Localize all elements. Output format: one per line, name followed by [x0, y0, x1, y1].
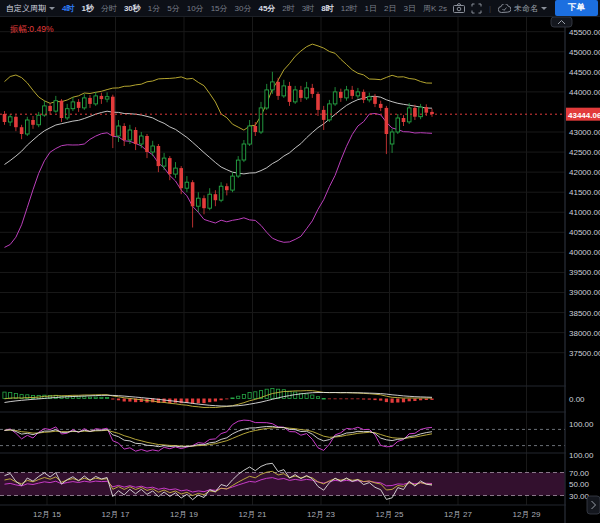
svg-text:0.00: 0.00: [569, 395, 585, 404]
svg-text:37500.00: 37500.00: [569, 349, 600, 358]
interval-button-10[interactable]: 2时: [282, 3, 294, 14]
svg-text:38500.00: 38500.00: [569, 309, 600, 318]
chevron-down-icon: [49, 7, 55, 10]
custom-period-label: 自定义周期: [6, 3, 46, 14]
svg-text:41500.00: 41500.00: [569, 188, 600, 197]
interval-button-6[interactable]: 10分: [187, 3, 204, 14]
svg-text:44000.00: 44000.00: [569, 88, 600, 97]
interval-list: 自定义周期 4时1秒分时30秒1分5分10分15分30分45分2时3时8时12时…: [0, 3, 438, 14]
interval-button-7[interactable]: 15分: [211, 3, 228, 14]
countdown-label: 2s: [438, 4, 446, 13]
interval-button-0[interactable]: 4时: [62, 3, 74, 14]
svg-text:45000.00: 45000.00: [569, 48, 600, 57]
camera-icon[interactable]: [453, 3, 465, 13]
interval-button-2[interactable]: 分时: [101, 3, 117, 14]
cloud-check-icon: [498, 4, 511, 13]
axis-collapse-tab[interactable]: [551, 17, 572, 27]
interval-button-1[interactable]: 1秒: [81, 3, 93, 14]
chart-toolbar: 自定义周期 4时1秒分时30秒1分5分10分15分30分45分2时3时8时12时…: [0, 0, 600, 17]
chevron-down-icon: [541, 7, 547, 10]
svg-text:43444.06: 43444.06: [568, 111, 600, 120]
panel-expand-tab[interactable]: [587, 496, 600, 514]
svg-text:12月 21: 12月 21: [238, 510, 267, 519]
svg-text:41000.00: 41000.00: [569, 208, 600, 217]
svg-text:38000.00: 38000.00: [569, 329, 600, 338]
custom-period-menu[interactable]: 自定义周期: [6, 3, 55, 14]
layout-name: 未命名: [514, 3, 538, 14]
svg-text:12月 27: 12月 27: [444, 510, 473, 519]
svg-text:100.00: 100.00: [569, 420, 594, 429]
interval-button-13[interactable]: 12时: [341, 3, 358, 14]
svg-text:39000.00: 39000.00: [569, 288, 600, 297]
interval-button-4[interactable]: 1分: [148, 3, 160, 14]
amplitude-legend: 振幅:0.49%: [10, 24, 54, 34]
place-order-button[interactable]: 下单: [555, 0, 598, 16]
interval-button-12[interactable]: 8时: [321, 3, 333, 14]
interval-button-15[interactable]: 2日: [384, 3, 396, 14]
svg-text:12月 23: 12月 23: [307, 510, 336, 519]
interval-button-3[interactable]: 30秒: [124, 3, 141, 14]
interval-button-8[interactable]: 30分: [235, 3, 252, 14]
chart-canvas[interactable]: 45500.0045000.0044500.0044000.0043000.00…: [0, 17, 600, 523]
svg-text:39500.00: 39500.00: [569, 268, 600, 277]
fullscreen-icon[interactable]: [471, 3, 482, 14]
interval-button-11[interactable]: 3时: [302, 3, 314, 14]
svg-text:43000.00: 43000.00: [569, 128, 600, 137]
svg-text:30.00: 30.00: [569, 492, 590, 501]
svg-text:12月 19: 12月 19: [170, 510, 199, 519]
svg-text:42500.00: 42500.00: [569, 148, 600, 157]
interval-button-5[interactable]: 5分: [167, 3, 179, 14]
interval-button-9[interactable]: 45分: [258, 3, 275, 14]
svg-text:40000.00: 40000.00: [569, 248, 600, 257]
svg-text:12月 17: 12月 17: [101, 510, 130, 519]
svg-text:12月 25: 12月 25: [375, 510, 404, 519]
svg-text:45500.00: 45500.00: [569, 28, 600, 37]
svg-text:12月 15: 12月 15: [33, 510, 62, 519]
interval-button-14[interactable]: 1日: [365, 3, 377, 14]
svg-text:42000.00: 42000.00: [569, 168, 600, 177]
toolbar-divider: |: [488, 4, 492, 13]
toolbar-right: 2s | 未命名 下单: [438, 0, 600, 16]
trading-app: 自定义周期 4时1秒分时30秒1分5分10分15分30分45分2时3时8时12时…: [0, 0, 600, 523]
layout-menu[interactable]: 未命名: [498, 3, 547, 14]
svg-text:100.00: 100.00: [569, 451, 594, 460]
svg-text:44500.00: 44500.00: [569, 68, 600, 77]
svg-text:40500.00: 40500.00: [569, 228, 600, 237]
svg-text:12月 29: 12月 29: [512, 510, 541, 519]
svg-text:70.00: 70.00: [569, 469, 590, 478]
interval-button-17[interactable]: 周K: [423, 3, 436, 14]
svg-text:50.00: 50.00: [569, 480, 590, 489]
interval-button-16[interactable]: 3日: [404, 3, 416, 14]
